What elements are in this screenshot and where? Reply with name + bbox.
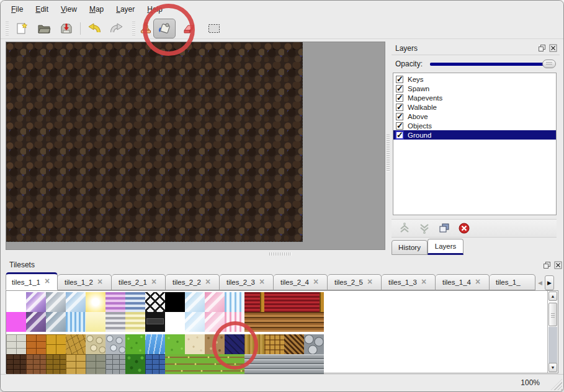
scroll-down-button[interactable]: ▼ bbox=[548, 363, 557, 372]
menu-file[interactable]: File bbox=[6, 3, 29, 16]
opacity-slider[interactable] bbox=[430, 59, 555, 69]
eraser-tool-button[interactable] bbox=[181, 20, 198, 37]
splitter-grip[interactable] bbox=[387, 135, 390, 172]
tile-swatch-wood-vert[interactable] bbox=[244, 334, 264, 354]
close-panel-button[interactable] bbox=[553, 261, 562, 269]
tile-swatch-curtain-edge[interactable] bbox=[244, 292, 264, 312]
tile-swatch-brick-darkbrown[interactable] bbox=[6, 354, 26, 374]
close-tab-icon[interactable] bbox=[259, 279, 266, 286]
tile-swatch-field[interactable] bbox=[185, 354, 205, 374]
tileset-tab-tiles_2_2[interactable]: tiles_2_2 bbox=[166, 274, 220, 290]
tile-swatch-brick-blue[interactable] bbox=[145, 354, 165, 374]
layer-row-spawn[interactable]: Spawn bbox=[393, 84, 556, 93]
tileset-tab-tiles_2_3[interactable]: tiles_2_3 bbox=[220, 274, 274, 290]
layer-row-walkable[interactable]: Walkable bbox=[393, 102, 556, 112]
close-panel-button[interactable] bbox=[548, 44, 557, 53]
menu-view[interactable]: View bbox=[55, 3, 83, 16]
save-file-button[interactable] bbox=[58, 20, 75, 37]
open-file-button[interactable] bbox=[35, 20, 53, 37]
tile-swatch-sign[interactable] bbox=[145, 312, 165, 332]
stamp-tool-button[interactable] bbox=[137, 20, 154, 37]
close-tab-icon[interactable] bbox=[45, 278, 51, 285]
resize-grip[interactable] bbox=[551, 379, 562, 390]
tile-swatch-herringbone[interactable] bbox=[284, 334, 304, 354]
new-file-button[interactable] bbox=[13, 20, 30, 37]
tile-swatch-curtain[interactable] bbox=[284, 292, 304, 312]
tile-swatch-slab-gray[interactable] bbox=[304, 354, 324, 374]
tile-swatch-dirt[interactable] bbox=[205, 334, 225, 354]
layer-visibility-checkbox[interactable] bbox=[396, 94, 403, 102]
tileset-tab-truncated[interactable]: tiles_1_ bbox=[490, 274, 535, 290]
tile-swatch-stripes-pink[interactable] bbox=[105, 292, 125, 312]
tile-swatch-slab-gray[interactable] bbox=[284, 354, 304, 374]
tile-swatch-hedge[interactable] bbox=[125, 354, 145, 374]
tile-swatch-glass-pink[interactable] bbox=[205, 292, 225, 312]
tile-swatch-glass-lightblue[interactable] bbox=[185, 292, 205, 312]
layer-visibility-checkbox[interactable] bbox=[396, 113, 403, 120]
layer-row-mapevents[interactable]: Mapevents bbox=[393, 93, 556, 102]
layer-visibility-checkbox[interactable] bbox=[396, 104, 403, 111]
tile-swatch-stone-pile[interactable] bbox=[304, 334, 324, 354]
layer-visibility-checkbox[interactable] bbox=[396, 76, 403, 83]
tile-swatch-curtain[interactable] bbox=[264, 292, 284, 312]
tile-swatch-stone-olive[interactable] bbox=[86, 354, 105, 374]
float-panel-button[interactable] bbox=[542, 261, 551, 269]
layer-row-objects[interactable]: Objects bbox=[393, 121, 556, 130]
menu-layer[interactable]: Layer bbox=[110, 3, 140, 16]
tile-swatch-wood-planks[interactable] bbox=[304, 312, 324, 332]
close-tab-icon[interactable] bbox=[97, 279, 104, 286]
menu-help[interactable]: Help bbox=[141, 3, 168, 16]
tile-swatch-glass-pink2[interactable] bbox=[205, 312, 225, 332]
tile-swatch-stone-cracked[interactable] bbox=[66, 334, 86, 354]
splitter-grip[interactable] bbox=[269, 252, 292, 256]
scroll-up-button[interactable]: ▲ bbox=[548, 292, 557, 301]
tile-swatch-basket[interactable] bbox=[264, 334, 284, 354]
tile-swatch-glass-purple[interactable] bbox=[26, 292, 46, 312]
lower-layer-button[interactable] bbox=[418, 221, 431, 235]
tile-swatch-brick-brown[interactable] bbox=[26, 354, 46, 374]
tile-swatch-stone-orange[interactable] bbox=[26, 334, 46, 354]
tile-swatch-tile-gold[interactable] bbox=[46, 334, 66, 354]
tile-swatch-wood-planks[interactable] bbox=[284, 312, 304, 332]
tileset-tab-tiles_1_1[interactable]: tiles_1_1 bbox=[6, 272, 58, 290]
raise-layer-button[interactable] bbox=[398, 221, 411, 235]
fill-bucket-tool-button[interactable] bbox=[153, 19, 176, 38]
tile-swatch-wood-planks[interactable] bbox=[244, 312, 264, 332]
scroll-tabs-right-button[interactable]: ▶ bbox=[545, 275, 554, 290]
close-tab-icon[interactable] bbox=[421, 279, 428, 286]
tile-swatch-pebble-beige[interactable] bbox=[86, 334, 105, 354]
tile-swatch-field[interactable] bbox=[225, 354, 244, 374]
tile-swatch-stripes-blue[interactable] bbox=[125, 292, 145, 312]
opacity-slider-track[interactable] bbox=[430, 63, 555, 66]
menu-edit[interactable]: Edit bbox=[30, 3, 54, 16]
tile-swatch-black[interactable] bbox=[165, 292, 185, 312]
redo-button[interactable] bbox=[109, 20, 126, 37]
tile-swatch-slab-gray[interactable] bbox=[264, 354, 284, 374]
tileset-tab-tiles_1_3[interactable]: tiles_1_3 bbox=[382, 274, 436, 290]
tile-swatch-water-ripple[interactable] bbox=[66, 312, 86, 332]
toolbar-grip[interactable] bbox=[6, 22, 9, 35]
map-viewport[interactable] bbox=[6, 42, 385, 250]
tab-history[interactable]: History bbox=[392, 240, 427, 255]
tile-swatch-stripes-yellow[interactable] bbox=[125, 312, 145, 332]
float-panel-button[interactable] bbox=[537, 44, 546, 53]
close-tab-icon[interactable] bbox=[205, 279, 212, 286]
tile-swatch-glass-gray[interactable] bbox=[46, 292, 66, 312]
layer-visibility-checkbox[interactable] bbox=[396, 85, 403, 92]
tileset-tab-tiles_2_5[interactable]: tiles_2_5 bbox=[328, 274, 382, 290]
scroll-tabs-left-button[interactable]: ◀ bbox=[535, 275, 545, 290]
tile-swatch-glass-darkpurple[interactable] bbox=[26, 312, 46, 332]
tileset-tab-tiles_2_1[interactable]: tiles_2_1 bbox=[112, 274, 166, 290]
tile-swatch-waves-pink[interactable] bbox=[225, 312, 244, 332]
navy-tile-swatch[interactable] bbox=[225, 334, 244, 354]
tile-swatch-glow-yellow[interactable] bbox=[86, 292, 105, 312]
tile-swatch-glass-lightblue2[interactable] bbox=[185, 312, 205, 332]
layer-visibility-checkbox[interactable] bbox=[396, 131, 403, 139]
undo-button[interactable] bbox=[85, 20, 102, 37]
opacity-slider-handle[interactable] bbox=[542, 60, 556, 68]
tile-swatch-block-gold[interactable] bbox=[66, 354, 86, 374]
tile-swatch-grass2[interactable] bbox=[165, 334, 185, 354]
tile-swatch-slab-gray[interactable] bbox=[244, 354, 264, 374]
tileset-tab-tiles_1_4[interactable]: tiles_1_4 bbox=[436, 274, 490, 290]
tile-swatch-lattice[interactable] bbox=[145, 292, 165, 312]
